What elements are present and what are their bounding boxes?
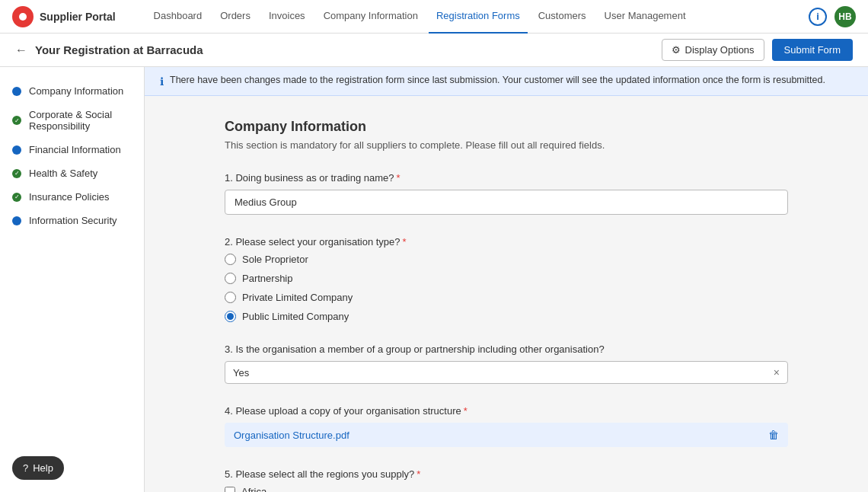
file-link[interactable]: Organisation Structure.pdf bbox=[234, 430, 349, 441]
info-banner: ℹ There have been changes made to the re… bbox=[145, 67, 868, 96]
q1-label: 1. Doing business as or trading name?* bbox=[225, 172, 788, 184]
checkbox-africa[interactable]: Africa bbox=[225, 486, 788, 492]
required-marker: * bbox=[464, 405, 468, 417]
sidebar-item-insurance-policies[interactable]: Insurance Policies bbox=[0, 185, 144, 209]
status-dot-green bbox=[12, 116, 21, 125]
info-banner-icon: ℹ bbox=[160, 75, 164, 88]
form-group-q2: 2. Please select your organisation type?… bbox=[225, 236, 788, 322]
checkbox-input-africa[interactable] bbox=[225, 487, 235, 493]
sidebar-item-corporate-social[interactable]: Corporate & Social Responsibility bbox=[0, 103, 144, 138]
q5-label: 5. Please select all the regions you sup… bbox=[225, 468, 788, 480]
logo-icon bbox=[12, 6, 34, 27]
form-group-q4: 4. Please upload a copy of your organisa… bbox=[225, 405, 788, 447]
nav-dashboard[interactable]: Dashboard bbox=[146, 0, 210, 34]
sub-header: ← Your Registration at Barracuda ⚙ Displ… bbox=[0, 34, 868, 67]
form-group-q3: 3. Is the organisation a member of a gro… bbox=[225, 343, 788, 384]
q3-label: 3. Is the organisation a member of a gro… bbox=[225, 343, 788, 355]
radio-input-partnership[interactable] bbox=[225, 273, 236, 284]
radio-sole-proprietor[interactable]: Sole Proprietor bbox=[225, 254, 788, 265]
status-dot-blue bbox=[12, 87, 21, 96]
display-options-button[interactable]: ⚙ Display Options bbox=[662, 39, 764, 61]
sidebar-label: Company Information bbox=[29, 85, 123, 97]
help-label: Help bbox=[33, 462, 53, 474]
file-item: Organisation Structure.pdf 🗑 bbox=[225, 423, 788, 447]
sidebar-item-company-information[interactable]: Company Information bbox=[0, 79, 144, 103]
form-section-desc: This section is mandatory for all suppli… bbox=[225, 139, 788, 151]
form-group-q1: 1. Doing business as or trading name?* bbox=[225, 172, 788, 215]
sidebar-item-information-security[interactable]: Information Security bbox=[0, 209, 144, 232]
form-group-q5: 5. Please select all the regions you sup… bbox=[225, 468, 788, 492]
nav-links: Dashboard Orders Invoices Company Inform… bbox=[146, 0, 809, 34]
help-icon: ? bbox=[23, 462, 28, 474]
nav-invoices[interactable]: Invoices bbox=[261, 0, 313, 34]
radio-input-sole-proprietor[interactable] bbox=[225, 254, 236, 265]
sidebar-label: Information Security bbox=[29, 215, 117, 226]
required-marker: * bbox=[397, 172, 400, 184]
required-marker: * bbox=[416, 468, 420, 480]
radio-public-limited[interactable]: Public Limited Company bbox=[225, 311, 788, 322]
checkbox-group-regions: Africa Asia Australia bbox=[225, 486, 788, 492]
q3-select[interactable]: Yes × bbox=[225, 361, 788, 384]
sidebar-label: Financial Information bbox=[29, 144, 121, 155]
nav-orders[interactable]: Orders bbox=[212, 0, 258, 34]
nav-right: i HB bbox=[809, 6, 856, 27]
q2-label: 2. Please select your organisation type?… bbox=[225, 236, 788, 248]
clear-icon[interactable]: × bbox=[774, 366, 780, 379]
gear-icon: ⚙ bbox=[672, 44, 681, 56]
radio-group-org-type: Sole Proprietor Partnership Private Limi… bbox=[225, 254, 788, 322]
status-dot-blue bbox=[12, 145, 21, 155]
info-icon[interactable]: i bbox=[809, 8, 827, 26]
status-dot-green bbox=[12, 169, 21, 178]
nav-customers[interactable]: Customers bbox=[531, 0, 594, 34]
sidebar-label: Insurance Policies bbox=[29, 191, 110, 203]
radio-input-public-limited[interactable] bbox=[225, 311, 236, 322]
radio-input-private-limited[interactable] bbox=[225, 292, 236, 303]
submit-form-button[interactable]: Submit Form bbox=[772, 39, 853, 61]
sidebar-label: Corporate & Social Responsibility bbox=[29, 109, 132, 132]
content-area: ℹ There have been changes made to the re… bbox=[145, 67, 868, 492]
sidebar-item-health-safety[interactable]: Health & Safety bbox=[0, 161, 144, 185]
form-area: Company Information This section is mand… bbox=[164, 96, 849, 492]
file-delete-icon[interactable]: 🗑 bbox=[768, 429, 779, 441]
top-navigation: Supplier Portal Dashboard Orders Invoice… bbox=[0, 0, 868, 34]
help-button[interactable]: ? Help bbox=[12, 456, 64, 480]
sidebar: Company Information Corporate & Social R… bbox=[0, 67, 145, 492]
page-title: Your Registration at Barracuda bbox=[35, 43, 662, 56]
sidebar-label: Health & Safety bbox=[29, 168, 97, 179]
nav-company-info[interactable]: Company Information bbox=[316, 0, 426, 34]
radio-private-limited[interactable]: Private Limited Company bbox=[225, 292, 788, 303]
q1-input[interactable] bbox=[225, 190, 788, 215]
main-layout: Company Information Corporate & Social R… bbox=[0, 67, 868, 492]
banner-message: There have been changes made to the regi… bbox=[170, 75, 825, 85]
radio-partnership[interactable]: Partnership bbox=[225, 273, 788, 284]
required-marker: * bbox=[403, 236, 407, 248]
q4-label: 4. Please upload a copy of your organisa… bbox=[225, 405, 788, 417]
q3-value: Yes bbox=[233, 367, 769, 379]
back-arrow-icon[interactable]: ← bbox=[15, 43, 27, 57]
logo-area[interactable]: Supplier Portal bbox=[12, 6, 116, 27]
nav-registration-forms[interactable]: Registration Forms bbox=[429, 0, 528, 34]
form-section-title: Company Information bbox=[225, 119, 788, 135]
app-title: Supplier Portal bbox=[40, 11, 116, 23]
nav-user-management[interactable]: User Management bbox=[597, 0, 694, 34]
display-options-label: Display Options bbox=[685, 44, 755, 56]
status-dot-green bbox=[12, 193, 21, 202]
sidebar-item-financial-information[interactable]: Financial Information bbox=[0, 138, 144, 161]
avatar[interactable]: HB bbox=[834, 6, 856, 27]
status-dot-blue bbox=[12, 216, 21, 225]
